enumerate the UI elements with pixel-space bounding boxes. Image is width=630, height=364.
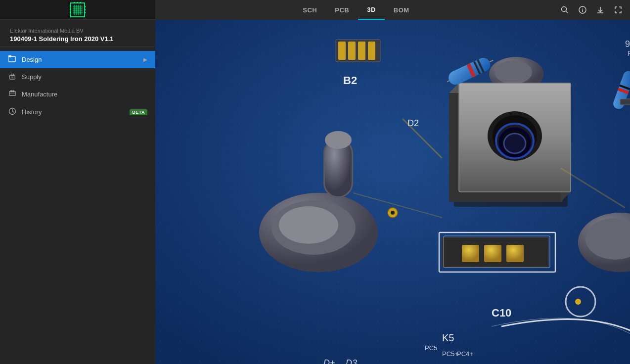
svg-text:9: 9 (625, 39, 630, 49)
search-button[interactable] (557, 2, 573, 18)
svg-rect-13 (70, 12, 71, 13)
svg-text:D3: D3 (346, 358, 357, 364)
svg-rect-137 (620, 99, 630, 105)
pcb-3d-canvas: B2 D2 R18 R20 C10 K5 PC5 PC5+ PC4+ D+ D3… (155, 20, 630, 364)
svg-rect-76 (462, 245, 479, 262)
svg-rect-14 (84, 6, 86, 7)
svg-text:PC5: PC5 (425, 344, 437, 352)
svg-point-70 (495, 60, 532, 84)
tab-pcb[interactable]: PCB (326, 0, 358, 20)
svg-text:K5: K5 (442, 332, 454, 343)
top-bar: SCH PCB 3D BOM (0, 0, 630, 20)
svg-line-21 (566, 11, 568, 13)
svg-text:PC5+: PC5+ (442, 350, 458, 358)
3d-view-area[interactable]: B2 D2 R18 R20 C10 K5 PC5 PC5+ PC4+ D+ D3… (155, 20, 630, 364)
download-icon (596, 6, 604, 14)
svg-rect-30 (11, 74, 13, 76)
svg-rect-16 (84, 12, 86, 13)
svg-rect-130 (338, 42, 346, 60)
tab-sch[interactable]: SCH (294, 0, 326, 20)
svg-rect-2 (73, 5, 83, 15)
svg-text:D+: D+ (323, 358, 335, 364)
svg-text:D2: D2 (407, 118, 419, 128)
svg-point-73 (325, 131, 352, 149)
fullscreen-button[interactable] (610, 2, 626, 18)
design-label: Design (22, 56, 138, 63)
main-content: Elektor International Media BV 190409-1 … (0, 20, 630, 364)
svg-rect-15 (84, 9, 86, 10)
svg-rect-17 (74, 2, 75, 3)
history-icon (8, 107, 17, 117)
manufacture-icon (8, 90, 17, 98)
sidebar-nav: Design ▶ Supply (0, 47, 155, 125)
logo-area (0, 0, 155, 20)
nav-tabs: SCH PCB 3D BOM (155, 0, 557, 20)
toolbar-actions (557, 2, 630, 18)
company-name: Elektor International Media BV (10, 28, 145, 34)
svg-rect-19 (80, 2, 81, 3)
project-title: 190409-1 Soldering Iron 2020 V1.1 (10, 35, 145, 43)
svg-point-24 (582, 8, 583, 9)
svg-rect-11 (70, 6, 71, 7)
info-icon (579, 6, 586, 14)
svg-text:C10: C10 (492, 307, 511, 319)
svg-rect-33 (9, 91, 15, 96)
svg-text:B2: B2 (343, 74, 357, 87)
design-chevron-icon: ▶ (143, 57, 147, 62)
supply-label: Supply (22, 73, 147, 81)
sidebar-item-design[interactable]: Design ▶ (0, 51, 155, 68)
supply-icon (8, 73, 17, 81)
elektor-logo-icon (69, 1, 87, 19)
tab-3d[interactable]: 3D (358, 0, 385, 20)
tab-bom[interactable]: BOM (385, 0, 418, 20)
design-icon (8, 55, 17, 64)
sidebar-item-history[interactable]: History BETA (0, 103, 155, 121)
svg-point-20 (562, 7, 567, 12)
sidebar: Elektor International Media BV 190409-1 … (0, 20, 155, 364)
svg-point-113 (391, 211, 395, 215)
svg-rect-132 (358, 42, 365, 60)
svg-point-57 (575, 299, 581, 305)
svg-rect-78 (506, 245, 524, 262)
svg-text:R9: R9 (628, 49, 630, 57)
svg-point-87 (504, 134, 526, 153)
svg-rect-77 (484, 245, 501, 262)
fullscreen-icon (614, 6, 622, 14)
svg-rect-28 (8, 55, 11, 57)
svg-text:PC4+: PC4+ (457, 350, 473, 358)
svg-rect-133 (368, 42, 375, 60)
svg-rect-12 (70, 9, 71, 10)
svg-rect-18 (77, 2, 78, 3)
download-button[interactable] (592, 2, 608, 18)
sidebar-header: Elektor International Media BV 190409-1 … (0, 20, 155, 47)
history-label: History (22, 108, 125, 116)
manufacture-label: Manufacture (22, 91, 147, 98)
info-button[interactable] (575, 2, 590, 18)
beta-badge: BETA (130, 109, 147, 115)
svg-rect-131 (348, 42, 356, 60)
svg-point-61 (279, 206, 338, 244)
search-icon (561, 6, 569, 14)
sidebar-item-supply[interactable]: Supply (0, 68, 155, 86)
sidebar-item-manufacture[interactable]: Manufacture (0, 86, 155, 103)
